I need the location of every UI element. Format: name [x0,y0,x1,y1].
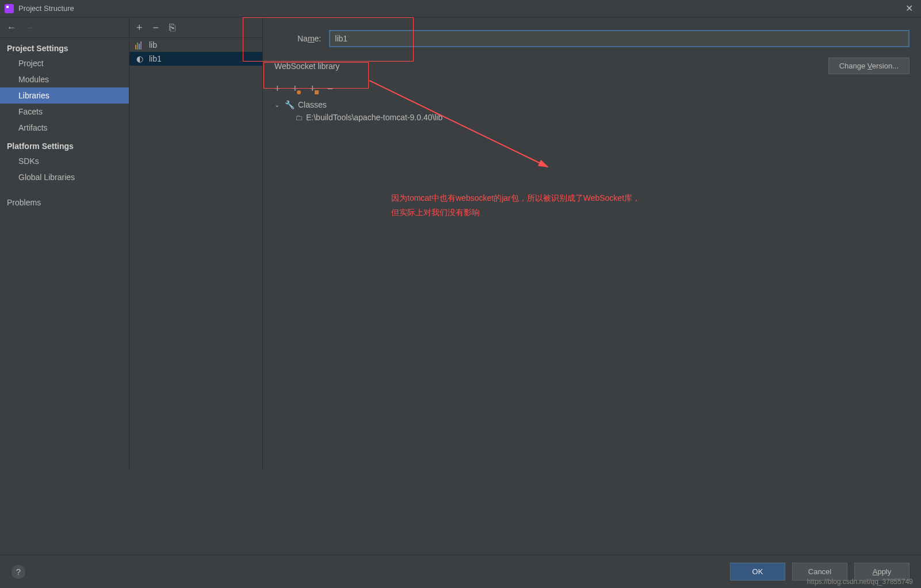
add-docs-icon[interactable]: + [309,83,316,94]
sidebar: ← → Project Settings Project Modules Lib… [0,17,129,471]
library-list-panel: + − ⎘ lib ◐ lib1 [129,17,263,471]
footer: ? OK Cancel Apply [0,555,921,588]
classes-label: Classes [298,100,327,109]
library-detail-panel: Name: WebSocket library Change Version..… [263,17,921,471]
classes-icon: 🔧 [285,100,295,109]
library-item-label: lib1 [149,54,162,63]
library-item-label: lib [149,40,157,49]
add-root-icon[interactable]: + [274,83,281,94]
nav-sdks[interactable]: SDKs [0,153,129,169]
library-path: E:\buildTools\apache-tomcat-9.0.40\lib [306,113,442,122]
watermark: https://blog.csdn.net/qq_37855749 [807,578,913,586]
library-type-label: WebSocket library [274,62,339,71]
library-roots-tree: ⌄ 🔧 Classes 🗀 E:\buildTools\apache-tomca… [274,98,909,124]
section-platform-settings: Platform Settings [0,136,129,153]
svg-rect-0 [5,4,14,13]
svg-rect-1 [6,6,9,8]
library-toolbar: + − ⎘ [129,17,262,38]
nav-problems[interactable]: Problems [0,194,129,211]
nav-project[interactable]: Project [0,55,129,71]
library-item-lib[interactable]: lib [129,38,262,52]
chevron-down-icon: ⌄ [274,101,281,109]
add-library-icon[interactable]: + [136,22,143,33]
window-title: Project Structure [18,4,74,13]
annotation-text: 因为tomcat中也有websocket的jar包，所以被识别成了WebSock… [391,191,640,220]
nav-artifacts[interactable]: Artifacts [0,120,129,136]
library-name-input[interactable] [329,30,909,47]
help-icon[interactable]: ? [12,565,25,579]
close-icon[interactable]: ✕ [902,2,916,15]
name-label: Name: [297,34,321,43]
classes-node[interactable]: ⌄ 🔧 Classes [274,98,909,111]
change-version-button[interactable]: Change Version... [828,58,909,74]
forward-icon: → [25,22,35,33]
section-project-settings: Project Settings [0,38,129,55]
nav-global-libraries[interactable]: Global Libraries [0,169,129,185]
library-type-row: WebSocket library Change Version... [274,58,909,74]
nav-modules[interactable]: Modules [0,71,129,87]
nav-facets[interactable]: Facets [0,104,129,120]
jar-library-icon [135,40,144,49]
back-icon[interactable]: ← [7,22,16,33]
content: ← → Project Settings Project Modules Lib… [0,17,921,471]
nav-libraries[interactable]: Libraries [0,87,129,104]
add-sources-icon[interactable]: + [292,83,299,94]
app-icon [5,4,14,13]
copy-library-icon[interactable]: ⎘ [169,22,175,33]
library-path-node[interactable]: 🗀 E:\buildTools\apache-tomcat-9.0.40\lib [274,111,909,124]
name-row: Name: [297,30,909,47]
nav-arrows: ← → [0,17,129,38]
remove-root-icon[interactable]: − [327,83,334,94]
title-bar: Project Structure ✕ [0,0,921,17]
remove-library-icon[interactable]: − [153,22,159,33]
ok-button[interactable]: OK [730,563,785,581]
library-list: lib ◐ lib1 [129,38,262,471]
folder-icon: 🗀 [295,113,303,122]
library-item-lib1[interactable]: ◐ lib1 [129,52,262,66]
websocket-library-icon: ◐ [135,54,144,63]
library-content-toolbar: + + + − [274,83,909,94]
